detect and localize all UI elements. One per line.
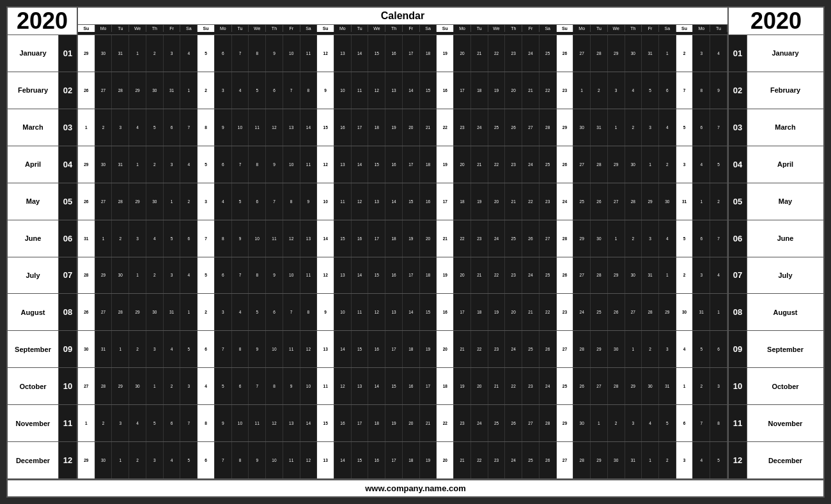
month-num-right-4: 05 [727,183,747,220]
day-cell: 1 [573,72,591,109]
month-num-left-1: 02 [59,72,78,109]
day-cell: 5 [146,405,164,441]
day-cell: 22 [540,294,557,330]
day-cell: 6 [215,257,232,294]
dow-cell-9: Tu [232,25,249,32]
day-cell: 10 [266,331,283,367]
day-cell: 14 [385,183,403,220]
day-cell: 8 [266,368,283,404]
day-cell: 21 [454,442,471,478]
day-cell: 9 [266,146,283,183]
day-cell: 18 [403,442,420,478]
day-cell: 14 [317,220,334,257]
day-cell: 9 [300,183,318,220]
day-cell: 6 [164,109,181,146]
day-cell: 7 [232,257,249,294]
day-cell: 17 [385,331,403,367]
day-cell: 27 [625,294,642,330]
day-cell: 27 [573,35,591,72]
day-cell: 27 [573,146,591,183]
day-cell: 22 [454,220,471,257]
day-cell: 20 [420,220,437,257]
day-cell: 25 [573,183,591,220]
day-cell: 24 [573,294,591,330]
day-cell: 30 [625,257,642,294]
month-num-right-11: 12 [727,442,747,478]
month-num-right-7: 08 [727,294,747,330]
day-cell: 9 [710,72,727,109]
day-cell: 24 [557,183,574,220]
day-cell: 28 [95,368,113,404]
day-cell: 12 [317,146,334,183]
day-cell: 18 [471,294,488,330]
day-cell: 8 [249,35,266,72]
dow-cell-4: Th [146,25,164,32]
day-cell: 26 [78,294,95,330]
days-container-0: 2930311234567891011121314151617181920212… [78,35,727,72]
dow-cell-30: Tu [591,25,608,32]
dow-cell-35: Su [676,25,694,32]
day-cell: 26 [522,220,540,257]
day-cell: 2 [659,146,676,183]
day-cell: 1 [693,183,710,220]
dow-cell-27: Sa [540,25,557,32]
month-num-right-9: 10 [727,368,747,404]
day-cell: 23 [454,109,471,146]
day-cell: 6 [676,405,694,441]
month-label-left-10: November [8,405,59,441]
month-row-november: November11123456789101112131415161718192… [8,405,823,442]
day-cell: 31 [676,183,694,220]
day-cell: 15 [352,331,369,367]
day-cell: 14 [352,35,369,72]
dow-cell-25: Th [505,25,522,32]
month-row-october: October102728293012345678910111213141516… [8,368,823,405]
day-cell: 4 [232,294,249,330]
day-cell: 29 [625,368,642,404]
day-cell: 28 [112,294,129,330]
day-cell: 30 [625,146,642,183]
day-cell: 18 [454,183,471,220]
day-cell: 6 [215,146,232,183]
day-cell: 7 [249,368,266,404]
dow-cell-17: We [368,25,385,32]
day-cell: 13 [385,294,403,330]
day-cell: 14 [352,146,369,183]
day-cell: 15 [403,183,420,220]
day-cell: 2 [146,257,164,294]
month-label-right-6: July [747,257,823,294]
day-cell: 27 [573,257,591,294]
day-cell: 1 [710,294,727,330]
day-cell: 21 [471,257,488,294]
day-cell: 17 [403,146,420,183]
day-cell: 4 [198,368,215,404]
day-cell: 2 [198,72,215,109]
day-cell: 19 [420,442,437,478]
day-cell: 7 [215,442,232,478]
day-cell: 13 [283,109,300,146]
day-cell: 31 [112,146,129,183]
day-cell: 2 [180,183,198,220]
day-cell: 20 [454,146,471,183]
dow-header-row: SuMoTuWeThFrSaSuMoTuWeThFrSaSuMoTuWeThFr… [78,25,727,32]
day-cell: 30 [573,405,591,441]
day-cell: 27 [608,183,625,220]
day-cell: 1 [78,405,95,441]
day-cell: 13 [385,72,403,109]
day-cell: 2 [129,331,146,367]
dow-cell-0: Su [78,25,95,32]
day-cell: 19 [437,257,454,294]
day-cell: 11 [334,183,352,220]
day-cell: 30 [146,72,164,109]
day-cell: 2 [198,294,215,330]
day-cell: 2 [625,109,642,146]
month-row-july: July072829301234567891011121314151617181… [8,257,823,294]
day-cell: 13 [368,183,385,220]
month-num-right-2: 03 [727,109,747,146]
day-cell: 30 [146,183,164,220]
dow-cell-28: Su [557,25,574,32]
month-label-right-0: January [747,35,823,72]
day-cell: 12 [300,331,318,367]
day-cell: 23 [557,72,574,109]
day-cell: 20 [454,257,471,294]
day-cell: 6 [215,35,232,72]
